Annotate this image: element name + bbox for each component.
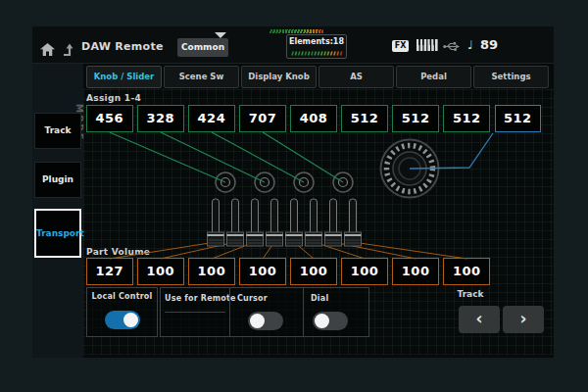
quarter-note-icon: ♩ [467,38,473,52]
tab-settings[interactable]: Settings [473,66,549,88]
tempo-value[interactable]: 89 [480,37,498,52]
master-dial[interactable] [381,140,439,198]
dial-label: Dial [311,294,328,303]
toggle-knob [315,314,329,328]
common-part-selector[interactable]: Common [177,38,228,57]
device-screen: DAW Remote Common Elements:18 [32,26,554,358]
use-for-remote-label: Use for Remote [165,294,227,303]
tab-knob-slider[interactable]: Knob / Slider [86,66,162,88]
slider-2[interactable] [227,232,244,246]
level-meter-strip [270,29,323,33]
slider-5[interactable] [286,232,303,246]
page-title: DAW Remote [81,40,164,53]
track-nav-label: Track [451,289,490,299]
slider-1[interactable] [208,232,224,246]
tab-bar: Knob / Slider Scene Sw Display Knob AS P… [86,66,549,88]
usb-icon [443,41,460,52]
part-volume-2[interactable]: 100 [137,258,184,285]
sidebar-item-track[interactable]: Track [34,113,81,149]
part-volume-3[interactable]: 100 [188,258,235,285]
part-volume-1[interactable]: 127 [86,258,133,285]
sidebar-item-plugin[interactable]: Plugin [34,162,81,198]
elements-indicator[interactable]: Elements:18 [286,34,347,59]
local-control-panel: Local Control [86,287,158,337]
track-next-button[interactable]: › [503,306,544,333]
up-level-icon[interactable] [62,43,74,56]
assign-section-label: Assign 1-4 [86,93,141,103]
assign-value-7[interactable]: 512 [392,105,439,132]
elements-meter [291,51,343,56]
assign-value-4[interactable]: 707 [239,105,286,132]
knob-4[interactable] [333,172,353,192]
part-volume-7[interactable]: 100 [392,258,439,285]
slider-3[interactable] [247,232,264,246]
knob-2[interactable] [255,172,274,192]
assign-value-row: 456 328 424 707 408 512 512 512 512 [86,105,541,132]
cursor-toggle[interactable] [248,312,283,330]
part-volume-section-label: Part Volume [86,247,150,257]
slider-7[interactable] [325,232,342,246]
tab-as[interactable]: AS [318,66,394,88]
toggle-knob [250,314,265,328]
tab-pedal[interactable]: Pedal [396,66,471,88]
part-volume-8[interactable]: 100 [443,258,490,285]
slider-4[interactable] [267,232,283,246]
toggle-knob [123,313,138,327]
local-control-label: Local Control [87,292,157,301]
divider [165,312,225,313]
chevron-down-icon [215,32,226,38]
assign-value-1[interactable]: 456 [86,105,133,132]
dial-toggle[interactable] [313,312,348,330]
home-icon[interactable] [40,43,55,56]
assign-value-3[interactable]: 424 [188,105,235,132]
tab-scene-sw[interactable]: Scene Sw [164,66,239,88]
part-volume-5[interactable]: 100 [290,258,337,285]
assign-value-6[interactable]: 512 [341,105,388,132]
part-volume-6[interactable]: 100 [341,258,388,285]
assign-value-2[interactable]: 328 [137,105,184,132]
slider-6[interactable] [306,232,322,246]
knob-3[interactable] [294,172,314,192]
assign-value-9-selected[interactable]: 512 [495,105,542,132]
track-previous-button[interactable]: ‹ [459,306,500,333]
assign-value-8[interactable]: 512 [443,105,490,132]
part-volume-row: 127 100 100 100 100 100 100 100 [86,258,490,285]
divider [229,288,230,336]
elements-label: Elements:18 [287,37,346,46]
part-volume-4[interactable]: 100 [239,258,286,285]
divider [303,288,304,336]
local-control-toggle[interactable] [105,311,140,329]
tab-display-knob[interactable]: Display Knob [241,66,317,88]
fx-icon[interactable]: FX [392,40,409,52]
keyboard-icon [416,39,438,51]
cursor-label: Cursor [237,294,268,303]
mode-sidebar: MODE Track Plugin Transport [32,64,83,358]
top-bar: DAW Remote Common Elements:18 [32,26,554,64]
knob-1[interactable] [216,172,235,192]
slider-8[interactable] [345,232,362,246]
assign-value-5[interactable]: 408 [290,105,337,132]
sidebar-item-transport[interactable]: Transport [34,209,81,258]
use-for-remote-panel: Use for Remote Cursor Dial [160,287,369,337]
